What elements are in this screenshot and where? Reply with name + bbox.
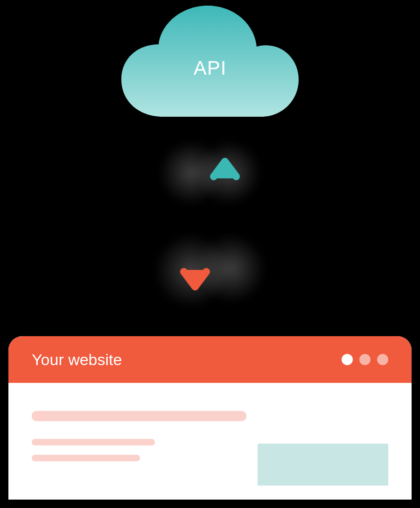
browser-window: Your website [8, 336, 412, 500]
arrow-down-icon [184, 163, 206, 287]
placeholder-heading [32, 411, 246, 421]
window-control-dot-icon [342, 354, 353, 365]
window-control-dot-icon [377, 354, 388, 365]
placeholder-text-line [32, 455, 140, 461]
placeholder-widget-block [258, 444, 388, 486]
cloud-label: API [194, 57, 227, 79]
browser-title: Your website [32, 351, 122, 369]
window-control-dot-icon [359, 354, 371, 365]
arrows-svg [163, 149, 257, 299]
placeholder-text-line [32, 439, 155, 445]
browser-body [8, 383, 412, 500]
data-flow-arrows [163, 149, 257, 299]
arrow-up-icon [214, 162, 236, 285]
window-controls [342, 354, 388, 365]
api-cloud: API [117, 0, 303, 131]
browser-titlebar: Your website [8, 336, 412, 383]
